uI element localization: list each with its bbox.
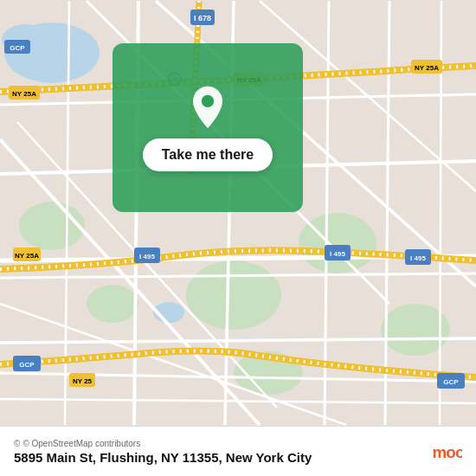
address-text: 5895 Main St, Flushing, NY 11355, New Yo… (14, 450, 312, 465)
svg-point-4 (299, 213, 376, 273)
map-area: I 678 NY 25A NY 25A NY 25A I 495 I 495 I… (0, 0, 476, 426)
moovit-icon: moovit (431, 441, 462, 463)
svg-text:NY 25: NY 25 (73, 377, 93, 385)
location-pin-icon (185, 85, 230, 130)
svg-text:I 495: I 495 (330, 250, 345, 258)
app-container: I 678 NY 25A NY 25A NY 25A I 495 I 495 I… (0, 0, 476, 476)
copyright-text: © © OpenStreetMap contributors (14, 439, 312, 448)
svg-text:GCP: GCP (443, 378, 459, 386)
svg-text:I 495: I 495 (410, 254, 426, 262)
bottom-bar: © © OpenStreetMap contributors 5895 Main… (0, 426, 476, 476)
svg-text:NY 25A: NY 25A (12, 90, 36, 98)
svg-text:GCP: GCP (10, 44, 25, 52)
bottom-left: © © OpenStreetMap contributors 5895 Main… (14, 439, 312, 465)
svg-text:NY 25A: NY 25A (15, 252, 39, 260)
svg-point-3 (186, 261, 281, 330)
destination-panel: Take me there (113, 43, 303, 212)
svg-text:I 678: I 678 (194, 14, 211, 23)
copyright-symbol: © (14, 439, 20, 448)
take-me-there-button[interactable]: Take me there (143, 138, 273, 171)
svg-text:I 495: I 495 (139, 253, 155, 261)
svg-point-7 (87, 285, 138, 323)
svg-text:GCP: GCP (19, 361, 35, 369)
moovit-logo: moovit (431, 441, 462, 463)
svg-text:NY 25A: NY 25A (415, 64, 439, 72)
copyright-label: © OpenStreetMap contributors (23, 439, 140, 448)
svg-text:moovit: moovit (432, 443, 462, 461)
svg-point-6 (19, 202, 85, 250)
svg-point-55 (202, 94, 214, 106)
